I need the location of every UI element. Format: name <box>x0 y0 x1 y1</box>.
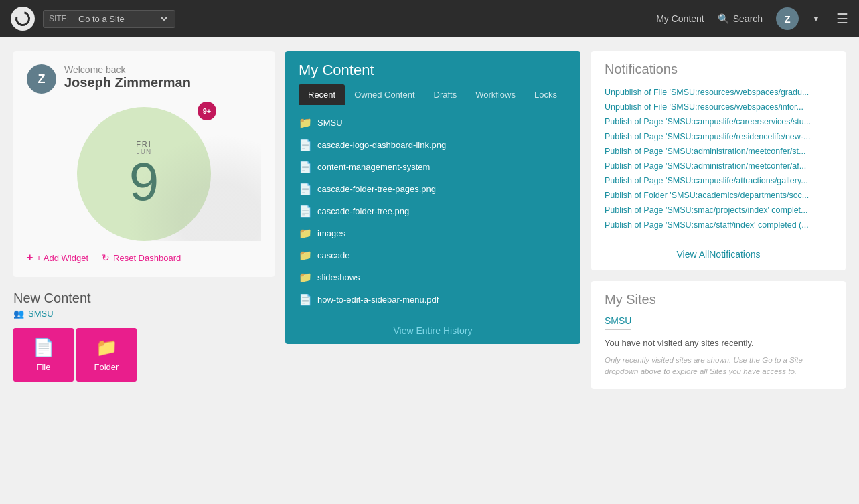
site-dropdown[interactable]: Go to a Site <box>76 13 169 25</box>
item-label: cascade-folder-tree.png <box>317 206 409 216</box>
notification-item[interactable]: Publish of Folder 'SMSU:academics/depart… <box>605 188 832 203</box>
notification-item[interactable]: Publish of Page 'SMSU:smac/staff/index' … <box>605 218 832 232</box>
view-entire-history-link[interactable]: View Entire History <box>285 317 580 344</box>
notification-item[interactable]: Publish of Page 'SMSU:campuslife/residen… <box>605 129 832 144</box>
list-item[interactable]: 📄 cascade-folder-tree-pages.png <box>285 178 580 200</box>
list-item[interactable]: 📄 content-management-system <box>285 156 580 178</box>
tab-recent[interactable]: Recent <box>299 84 345 105</box>
tab-workflows[interactable]: Workflows <box>466 84 525 105</box>
welcome-back-label: Welcome back <box>64 64 191 75</box>
item-label: cascade-logo-dashboard-link.png <box>317 140 446 150</box>
notifications-list: Unpublish of File 'SMSU:resources/webspa… <box>605 85 832 232</box>
new-content-title: New Content <box>13 290 275 306</box>
notification-badge: 9+ <box>198 102 216 120</box>
logo-icon <box>13 9 33 29</box>
welcome-card: Z Welcome back Joseph Zimmerman FRI JUN … <box>13 51 275 277</box>
tab-owned-content[interactable]: Owned Content <box>345 84 424 105</box>
plus-icon: + <box>27 252 33 264</box>
folder-icon: 📁 <box>299 116 311 129</box>
view-all-prefix: View All <box>676 249 709 260</box>
site-label: SITE: <box>49 14 69 23</box>
topnav-right: My Content 🔍 Search Z ▼ ☰ <box>656 7 848 30</box>
add-widget-label: + Add Widget <box>36 253 88 263</box>
welcome-top: Z Welcome back Joseph Zimmerman <box>27 64 261 94</box>
welcome-text: Welcome back Joseph Zimmerman <box>64 64 191 90</box>
mysites-note: Only recently visited sites are shown. U… <box>605 355 832 378</box>
welcome-avatar: Z <box>27 64 56 94</box>
user-avatar[interactable]: Z <box>776 7 799 30</box>
reset-icon: ↻ <box>102 252 110 263</box>
right-column: Notifications Unpublish of File 'SMSU:re… <box>591 51 846 400</box>
user-menu-chevron-icon[interactable]: ▼ <box>812 14 820 23</box>
welcome-bg-decoration <box>127 134 261 241</box>
new-folder-button[interactable]: 📁 Folder <box>76 328 137 382</box>
file-icon: 📄 <box>33 337 54 358</box>
search-nav-button[interactable]: 🔍 Search <box>718 13 763 24</box>
add-widget-button[interactable]: + + Add Widget <box>27 252 88 264</box>
mysites-empty-message: You have not visited any sites recently. <box>605 338 832 348</box>
search-label: Search <box>733 13 763 24</box>
notification-item[interactable]: Unpublish of File 'SMSU:resources/webspa… <box>605 100 832 114</box>
file-button-label: File <box>37 362 51 372</box>
list-item[interactable]: 📄 cascade-logo-dashboard-link.png <box>285 134 580 156</box>
left-column: Z Welcome back Joseph Zimmerman FRI JUN … <box>13 51 275 400</box>
item-label: cascade-folder-tree-pages.png <box>317 184 436 194</box>
file-icon: 📄 <box>299 161 311 173</box>
notifications-card: Notifications Unpublish of File 'SMSU:re… <box>591 51 846 270</box>
new-content-section: New Content 👥 SMSU 📄 File 📁 Folder <box>13 290 275 382</box>
tab-locks[interactable]: Locks <box>525 84 566 105</box>
new-content-site-name: SMSU <box>28 309 54 319</box>
mysites-divider <box>605 329 631 330</box>
list-item[interactable]: 📁 cascade <box>285 244 580 266</box>
welcome-username: Joseph Zimmerman <box>64 75 191 90</box>
reset-dashboard-label: Reset Dashboard <box>113 253 181 263</box>
mycontent-tabs: Recent Owned Content Drafts Workflows Lo… <box>285 79 580 105</box>
item-label: content-management-system <box>317 162 430 172</box>
view-all-link-text[interactable]: Notifications <box>709 249 760 260</box>
folder-button-label: Folder <box>94 362 119 372</box>
app-logo[interactable] <box>11 7 35 31</box>
mycontent-card-title: My Content <box>285 51 580 79</box>
folder-icon: 📁 <box>299 249 311 262</box>
notifications-title: Notifications <box>605 62 832 77</box>
list-item[interactable]: 📁 SMSU <box>285 112 580 134</box>
item-label: slideshows <box>317 272 360 282</box>
mycontent-list: 📁 SMSU 📄 cascade-logo-dashboard-link.png… <box>285 105 580 317</box>
folder-icon: 📁 <box>96 337 117 358</box>
tab-drafts[interactable]: Drafts <box>424 84 467 105</box>
notification-item[interactable]: Publish of Page 'SMSU:campuslife/careers… <box>605 114 832 129</box>
list-item[interactable]: 📄 how-to-edit-a-sidebar-menu.pdf <box>285 288 580 311</box>
mysites-site-name[interactable]: SMSU <box>605 315 832 326</box>
list-item[interactable]: 📁 images <box>285 222 580 244</box>
hamburger-menu-icon[interactable]: ☰ <box>836 11 848 27</box>
notification-item[interactable]: Publish of Page 'SMSU:campuslife/attract… <box>605 173 832 188</box>
item-label: how-to-edit-a-sidebar-menu.pdf <box>317 295 439 305</box>
calendar-area: FRI JUN 9 9+ <box>27 107 261 241</box>
main-container: Z Welcome back Joseph Zimmerman FRI JUN … <box>0 37 859 413</box>
list-item[interactable]: 📄 cascade-folder-tree.png <box>285 200 580 222</box>
middle-column: My Content Recent Owned Content Drafts W… <box>285 51 580 400</box>
topnav: SITE: Go to a Site My Content 🔍 Search Z… <box>0 0 859 37</box>
new-content-site: 👥 SMSU <box>13 309 275 319</box>
notification-item[interactable]: Publish of Page 'SMSU:administration/mee… <box>605 159 832 173</box>
notification-item[interactable]: Publish of Page 'SMSU:administration/mee… <box>605 144 832 159</box>
item-label: SMSU <box>317 118 343 128</box>
reset-dashboard-button[interactable]: ↻ Reset Dashboard <box>102 252 181 264</box>
new-content-grid: 📄 File 📁 Folder <box>13 328 275 382</box>
welcome-actions: + + Add Widget ↻ Reset Dashboard <box>27 252 261 264</box>
site-group-icon: 👥 <box>13 309 24 319</box>
search-icon: 🔍 <box>718 13 729 24</box>
list-item[interactable]: 📁 slideshows <box>285 266 580 288</box>
folder-icon: 📁 <box>299 227 311 240</box>
site-selector[interactable]: SITE: Go to a Site <box>43 10 175 28</box>
notification-item[interactable]: Unpublish of File 'SMSU:resources/webspa… <box>605 85 832 100</box>
view-all-notifications-link[interactable]: View All Notifications <box>605 242 832 260</box>
notification-item[interactable]: Publish of Page 'SMSU:smac/projects/inde… <box>605 203 832 218</box>
new-file-button[interactable]: 📄 File <box>13 328 74 382</box>
file-icon: 📄 <box>299 183 311 195</box>
item-label: cascade <box>317 250 349 260</box>
mycontent-card: My Content Recent Owned Content Drafts W… <box>285 51 580 344</box>
file-icon: 📄 <box>299 205 311 218</box>
mycontent-nav-link[interactable]: My Content <box>656 13 704 24</box>
mysites-title: My Sites <box>605 292 832 307</box>
